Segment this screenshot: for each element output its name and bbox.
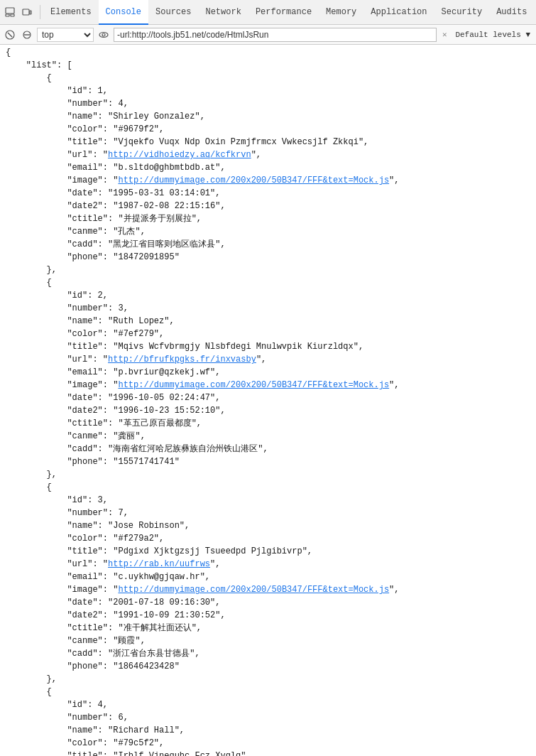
console-line: "image": "http://dummyimage.com/200x200/…	[0, 379, 536, 392]
console-line: "title": "Vjqekfo Vuqx Ndp Oxin Pzmjfrmc…	[0, 136, 536, 148]
tab-application[interactable]: Application	[363, 0, 434, 25]
console-line: },	[0, 264, 536, 276]
console-line: {	[0, 481, 536, 494]
console-line: "title": "Irblf Vjnequhc Fcz Xyglq",	[0, 750, 536, 756]
svg-rect-0	[6, 8, 14, 14]
url-link[interactable]: http://bfrufkpgks.fr/inxvasby	[108, 355, 256, 364]
console-line: "image": "http://dummyimage.com/200x200/…	[0, 583, 536, 596]
url-filter-input[interactable]	[114, 28, 437, 42]
console-line: "name": "Shirley Gonzalez",	[0, 110, 536, 123]
console-line: {	[0, 46, 536, 59]
console-output: { "list": [ { "id": 1, "number": 4, "nam…	[0, 45, 536, 756]
console-line: "color": "#9679f2",	[0, 123, 536, 136]
console-line: "id": 1,	[0, 85, 536, 97]
console-line: "image": "http://dummyimage.com/200x200/…	[0, 174, 536, 187]
context-select[interactable]: top	[37, 28, 94, 42]
console-line: "ctitle": "革五己原百最都度",	[0, 417, 536, 430]
tab-performance[interactable]: Performance	[248, 0, 319, 25]
console-line: "date": "2001-07-18 09:16:30",	[0, 596, 536, 609]
console-line: "ctitle": "准干解其社面还认",	[0, 622, 536, 634]
tab-elements[interactable]: Elements	[43, 0, 99, 25]
console-line: },	[0, 673, 536, 686]
console-line: "id": 4,	[0, 698, 536, 711]
console-line: {	[0, 72, 536, 85]
console-line: "list": [	[0, 59, 536, 72]
console-line: "date": "1995-03-31 03:14:01",	[0, 187, 536, 200]
console-line: {	[0, 686, 536, 698]
console-line: "email": "p.bvriur@qzkekj.wf",	[0, 366, 536, 379]
tab-icons	[3, 5, 40, 19]
filter-icon[interactable]	[20, 28, 34, 42]
tab-audits[interactable]: Audits	[489, 0, 534, 25]
console-line: "email": "c.uykhw@gjqaw.hr",	[0, 571, 536, 583]
tab-sources[interactable]: Sources	[148, 0, 198, 25]
image-link[interactable]: http://dummyimage.com/200x200/50B347/FFF…	[118, 380, 389, 390]
console-line: "name": "Ruth Lopez",	[0, 315, 536, 328]
console-line: "phone": "18472091895"	[0, 251, 536, 264]
console-line: "url": "http://rab.kn/uufrws",	[0, 558, 536, 571]
eye-icon[interactable]	[97, 28, 111, 42]
inspect-element-icon[interactable]	[3, 5, 17, 19]
console-line: "number": 4,	[0, 97, 536, 110]
console-line: "cadd": "浙江省台东县甘德县",	[0, 647, 536, 660]
console-line: "id": 2,	[0, 289, 536, 302]
svg-line-6	[8, 33, 12, 37]
clear-url-icon[interactable]: ✕	[439, 30, 449, 40]
console-line: "url": "http://bfrufkpgks.fr/inxvasby",	[0, 353, 536, 366]
console-line: },	[0, 468, 536, 481]
console-line: "date2": "1991-10-09 21:30:52",	[0, 609, 536, 622]
svg-rect-3	[23, 9, 29, 15]
svg-rect-2	[11, 14, 14, 16]
console-line: "cadd": "黑龙江省目喀则地区临沭县",	[0, 238, 536, 251]
console-line: "phone": "15571741741"	[0, 455, 536, 468]
console-line: "canme": "孔杰",	[0, 225, 536, 238]
svg-point-10	[102, 33, 105, 36]
console-line: "url": "http://vidhoiedzy.aq/kcfkrvn",	[0, 148, 536, 161]
console-line: "date2": "1996-10-23 15:52:10",	[0, 404, 536, 417]
console-line: "number": 3,	[0, 302, 536, 315]
url-link[interactable]: http://rab.kn/uufrws	[108, 559, 210, 569]
console-line: "phone": "18646423428"	[0, 660, 536, 673]
console-line: {	[0, 276, 536, 289]
console-line: "cadd": "海南省红河哈尼族彝族自治州铁山港区",	[0, 443, 536, 455]
devtools-tabbar: Elements Console Sources Network Perform…	[0, 0, 536, 25]
url-link[interactable]: http://vidhoiedzy.aq/kcfkrvn	[108, 150, 251, 160]
console-line: "color": "#f279a2",	[0, 532, 536, 545]
console-toolbar: top ✕ Default levels ▼	[0, 25, 536, 45]
console-line: "canme": "顾霞",	[0, 634, 536, 647]
svg-rect-4	[30, 11, 31, 14]
console-line: "canme": "龚丽",	[0, 430, 536, 443]
console-line: "name": "Richard Hall",	[0, 724, 536, 737]
console-line: "date2": "1987-02-08 22:15:16",	[0, 200, 536, 212]
device-toggle-icon[interactable]	[20, 5, 34, 19]
console-line: "title": "Mqivs Wcfvbrmgjy Nlsbfdegi Mnu…	[0, 340, 536, 353]
console-line: "color": "#7ef279",	[0, 328, 536, 340]
image-link[interactable]: http://dummyimage.com/200x200/50B347/FFF…	[118, 176, 389, 185]
tab-network[interactable]: Network	[198, 0, 248, 25]
console-line: "email": "b.sltdo@ghbmtbdb.at",	[0, 161, 536, 174]
tab-console[interactable]: Console	[99, 0, 148, 25]
svg-rect-1	[6, 14, 9, 16]
console-line: "title": "Pdgixd Xjktgzsjj Tsueedpd Pjlg…	[0, 545, 536, 558]
console-line: "number": 7,	[0, 507, 536, 519]
console-line: "ctitle": "并提派务于别展拉",	[0, 212, 536, 225]
levels-dropdown[interactable]: Default levels ▼	[452, 31, 533, 39]
console-line: "number": 6,	[0, 711, 536, 724]
console-line: "name": "Jose Robinson",	[0, 519, 536, 532]
console-line: "date": "1996-10-05 02:24:47",	[0, 392, 536, 404]
tab-security[interactable]: Security	[434, 0, 490, 25]
console-line: "color": "#79c5f2",	[0, 737, 536, 750]
clear-console-icon[interactable]	[3, 28, 17, 42]
image-link[interactable]: http://dummyimage.com/200x200/50B347/FFF…	[118, 585, 389, 595]
tab-memory[interactable]: Memory	[319, 0, 363, 25]
console-line: "id": 3,	[0, 494, 536, 507]
